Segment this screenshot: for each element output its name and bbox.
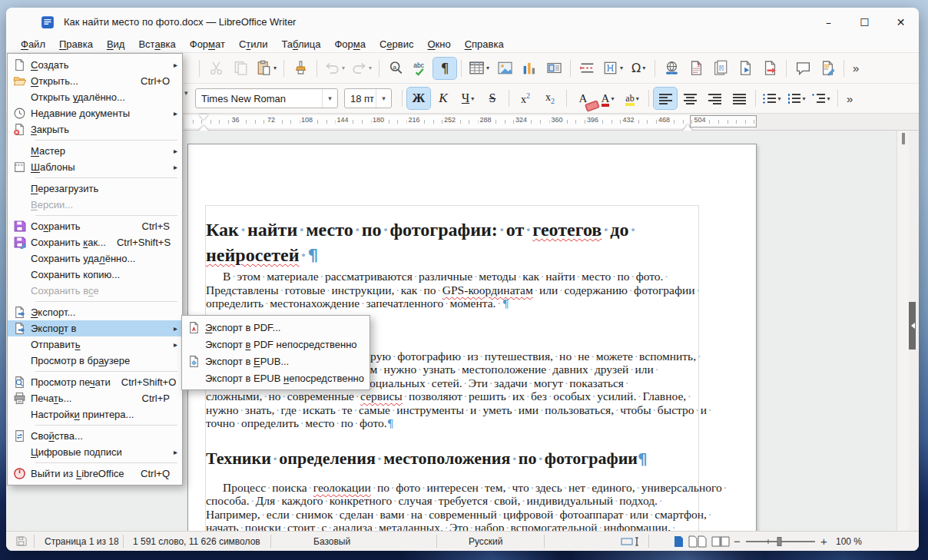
align-left-button[interactable]	[654, 88, 677, 109]
zoom-level[interactable]: 100 %	[836, 532, 862, 551]
copy-button[interactable]	[229, 58, 252, 79]
maximize-button[interactable]: ☐	[847, 8, 883, 36]
file-menu-item-new[interactable]: Создать▸	[8, 57, 182, 73]
font-size-combo[interactable]: 18 пт▾	[344, 88, 392, 108]
page-number-status[interactable]: Страница 1 из 18	[45, 532, 119, 551]
submenu-item-export-epub[interactable]: Экспорт в EPUB...	[182, 353, 370, 369]
highlight-color-dropdown-arrow[interactable]: ▾	[636, 95, 639, 102]
font-name-value[interactable]: Times New Roman	[196, 93, 322, 104]
menubar-item-view[interactable]: Вид	[100, 38, 132, 51]
file-menu-item-close[interactable]: Закрыть	[8, 121, 182, 138]
menubar-item-insert[interactable]: Вставка	[131, 38, 182, 51]
submenu-item-export-pdf[interactable]: Экспорт в PDF...	[182, 319, 370, 336]
special-character-button[interactable]: Ω▾	[627, 58, 650, 79]
insert-image-button[interactable]	[493, 58, 516, 79]
formatting-toolbar-overflow-button[interactable]: »	[847, 92, 852, 105]
menubar-item-help[interactable]: Справка	[458, 38, 511, 51]
file-menu-item-printer-settings[interactable]: Настройки принтера...	[8, 406, 182, 422]
file-menu-item-print-preview[interactable]: Просмотр печатиCtrl+Shift+O	[8, 374, 182, 390]
subscript-button[interactable]: x2	[539, 88, 562, 109]
bullet-list-dropdown-arrow[interactable]: ▾	[777, 95, 781, 102]
standard-toolbar-overflow-button[interactable]: »	[853, 61, 858, 75]
underline-button[interactable]: Ч▾	[456, 88, 479, 109]
close-button[interactable]: ✕	[883, 8, 919, 36]
outline-list-dropdown-arrow[interactable]: ▾	[827, 95, 830, 102]
spell-check-button[interactable]: abc	[409, 58, 432, 79]
menubar-item-file[interactable]: Файл	[14, 38, 52, 51]
menubar-item-edit[interactable]: Правка	[52, 38, 100, 51]
menubar-item-table[interactable]: Таблица	[274, 38, 327, 51]
zoom-in-button[interactable]: +	[820, 532, 827, 551]
file-menu-item-reload[interactable]: Перезагрузить	[8, 181, 182, 197]
single-page-view-button[interactable]	[674, 532, 684, 551]
right-indent-marker[interactable]	[683, 120, 692, 131]
word-count-status[interactable]: 1 591 слово, 11 626 символов	[133, 532, 260, 551]
zoom-out-button[interactable]: −	[734, 532, 741, 551]
book-view-button[interactable]	[711, 532, 730, 551]
paste-dropdown-arrow[interactable]: ▾	[273, 65, 277, 71]
paragraph-style-dropdown-arrow[interactable]: ▾	[184, 89, 188, 97]
font-size-dropdown-arrow[interactable]: ▾	[376, 89, 391, 108]
insert-textbox-button[interactable]	[542, 58, 565, 79]
file-menu-item-save[interactable]: СохранитьCtrl+S	[8, 218, 182, 234]
file-menu-item-preview-in-browser[interactable]: Просмотр в браузере	[8, 353, 182, 369]
numbered-list-button[interactable]: ▾	[785, 88, 808, 109]
find-replace-button[interactable]: a	[384, 58, 407, 79]
file-menu-item-recent-documents[interactable]: Недавние документы▸	[8, 105, 182, 121]
font-name-dropdown-arrow[interactable]: ▾	[322, 89, 337, 108]
outline-list-button[interactable]: ▾	[810, 88, 833, 109]
numbered-list-dropdown-arrow[interactable]: ▾	[802, 95, 805, 102]
align-right-button[interactable]	[703, 88, 726, 109]
file-menu-item-open-remote[interactable]: Открыть удалённо...	[8, 89, 182, 105]
file-menu-item-exit[interactable]: Выйти из LibreOfficeCtrl+Q	[8, 466, 182, 482]
paste-button[interactable]: ▾	[254, 58, 279, 79]
bold-button[interactable]: Ж	[407, 88, 430, 109]
superscript-button[interactable]: x2	[514, 88, 537, 109]
left-indent-marker[interactable]	[199, 121, 208, 131]
file-menu-item-templates[interactable]: Шаблоны▸	[8, 159, 182, 175]
highlight-color-button[interactable]: ab▾	[621, 88, 644, 109]
formatting-marks-button[interactable]: ¶	[433, 58, 456, 79]
paragraph-style-status[interactable]: Базовый	[313, 532, 350, 551]
redo-button[interactable]: ▾	[349, 58, 374, 79]
file-menu-item-properties[interactable]: Свойства...	[8, 428, 182, 444]
insert-chart-button[interactable]	[518, 58, 541, 79]
strikethrough-button[interactable]: S	[481, 88, 504, 109]
underline-dropdown-arrow[interactable]: ▾	[471, 95, 474, 102]
insert-comment-button[interactable]	[791, 58, 814, 79]
submenu-item-export-pdf-direct[interactable]: Экспорт в PDF непосредственно	[182, 336, 370, 353]
file-menu-item-save-remote[interactable]: Сохранить удалённо...	[8, 250, 182, 267]
bookmark-button[interactable]: [i]	[709, 58, 732, 79]
justify-button[interactable]	[727, 88, 751, 109]
insert-table-button[interactable]: ▾	[466, 58, 492, 79]
vertical-scrollbar[interactable]	[897, 131, 909, 531]
font-size-value[interactable]: 18 пт	[345, 93, 376, 104]
special-character-dropdown-arrow[interactable]: ▾	[642, 65, 645, 71]
file-menu-item-open[interactable]: Открыть...Ctrl+O	[8, 73, 182, 89]
file-menu-item-export-as[interactable]: Экспорт в▸	[8, 320, 182, 336]
file-menu-item-print[interactable]: Печать...Ctrl+P	[8, 390, 182, 406]
selection-mode-icon[interactable]	[621, 532, 641, 551]
menubar-item-format[interactable]: Формат	[183, 38, 232, 51]
font-name-combo[interactable]: Times New Roman▾	[195, 88, 338, 108]
sidebar-show-handle[interactable]	[909, 302, 916, 350]
clone-formatting-button[interactable]	[289, 58, 312, 79]
insert-field-button[interactable]: ▾	[600, 58, 625, 79]
undo-dropdown-arrow[interactable]: ▾	[342, 65, 345, 71]
file-menu-item-save-as[interactable]: Сохранить как...Ctrl+Shift+S	[8, 234, 182, 250]
zoom-slider[interactable]	[745, 532, 816, 551]
file-menu-item-save-copy[interactable]: Сохранить копию...	[8, 267, 182, 283]
footnote-button[interactable]: 1	[684, 58, 708, 79]
vertical-scrollbar-thumb[interactable]	[902, 133, 905, 144]
submenu-item-export-epub-direct[interactable]: Экспорт в EPUB непосредственно	[182, 369, 370, 386]
multi-page-view-button[interactable]	[688, 532, 707, 551]
undo-button[interactable]: ▾	[322, 58, 347, 79]
minimize-button[interactable]: –	[810, 8, 847, 36]
hyperlink-button[interactable]	[660, 58, 683, 79]
italic-button[interactable]: К	[432, 88, 455, 109]
track-changes-button[interactable]	[816, 58, 839, 79]
menubar-item-styles[interactable]: Стили	[232, 38, 274, 51]
menubar-item-window[interactable]: Окно	[420, 38, 457, 51]
align-center-button[interactable]	[678, 88, 701, 109]
font-color-button[interactable]: A▾	[596, 88, 619, 109]
